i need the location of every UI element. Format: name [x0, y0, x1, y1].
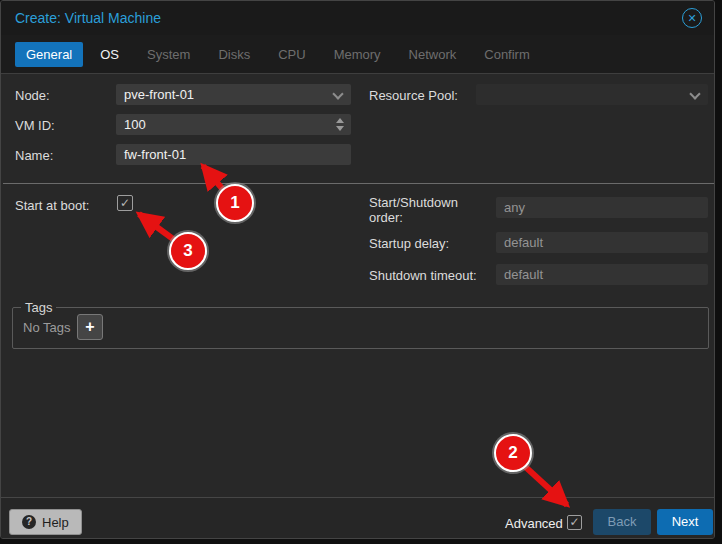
add-tag-button[interactable]: + — [77, 314, 103, 340]
help-button[interactable]: ? Help — [9, 509, 82, 535]
check-icon: ✓ — [568, 516, 581, 529]
tab-network[interactable]: Network — [398, 42, 468, 67]
chevron-down-icon[interactable] — [333, 90, 341, 98]
wizard-tabbar: General OS System Disks CPU Memory Netwo… — [15, 42, 541, 67]
node-label: Node: — [15, 88, 50, 103]
startup-order-placeholder: any — [504, 200, 525, 215]
dialog-titlebar: Create: Virtual Machine ✕ — [1, 1, 714, 35]
dialog-title: Create: Virtual Machine — [15, 10, 161, 26]
name-input[interactable]: fw-front-01 — [116, 144, 351, 165]
vm-id-spinner[interactable]: 100 — [116, 114, 351, 135]
annotation-circle-3: 3 — [169, 232, 207, 270]
vm-id-label: VM ID: — [15, 118, 55, 133]
tab-system[interactable]: System — [136, 42, 201, 67]
tab-general[interactable]: General — [15, 42, 83, 67]
start-at-boot-label: Start at boot: — [15, 198, 89, 213]
check-icon: ✓ — [118, 196, 132, 210]
annotation-circle-2: 2 — [494, 434, 532, 472]
back-button[interactable]: Back — [593, 509, 651, 535]
advanced-checkbox[interactable]: ✓ — [567, 515, 582, 530]
tags-fieldset: Tags No Tags + — [12, 307, 709, 349]
shutdown-timeout-placeholder: default — [504, 267, 543, 282]
spinner-down-icon[interactable] — [336, 126, 344, 131]
no-tags-text: No Tags — [23, 320, 70, 335]
startup-delay-placeholder: default — [504, 235, 543, 250]
startup-delay-label: Startup delay: — [369, 236, 449, 251]
tab-confirm[interactable]: Confirm — [473, 42, 541, 67]
start-at-boot-checkbox[interactable]: ✓ — [117, 195, 133, 211]
shutdown-timeout-label: Shutdown timeout: — [369, 268, 477, 283]
close-icon[interactable]: ✕ — [682, 8, 702, 28]
startup-order-input[interactable]: any — [496, 197, 708, 218]
tab-cpu[interactable]: CPU — [267, 42, 316, 67]
vm-id-value: 100 — [124, 117, 146, 132]
node-value: pve-front-01 — [124, 87, 194, 102]
name-value: fw-front-01 — [124, 147, 186, 162]
resource-pool-combobox[interactable] — [476, 84, 708, 105]
node-combobox[interactable]: pve-front-01 — [116, 84, 351, 105]
chevron-down-icon[interactable] — [690, 90, 698, 98]
resource-pool-label: Resource Pool: — [369, 88, 458, 103]
tab-os[interactable]: OS — [89, 42, 130, 67]
screenshot-page: Create: Virtual Machine ✕ General OS Sys… — [0, 0, 722, 544]
dialog-footer: ? Help Advanced ✓ Back Next — [1, 497, 715, 539]
name-label: Name: — [15, 148, 53, 163]
startup-delay-input[interactable]: default — [496, 232, 708, 253]
create-vm-dialog: Create: Virtual Machine ✕ General OS Sys… — [0, 0, 715, 539]
next-button[interactable]: Next — [657, 509, 713, 535]
help-button-label: Help — [42, 515, 69, 530]
tab-memory[interactable]: Memory — [323, 42, 392, 67]
annotation-circle-1: 1 — [216, 184, 254, 222]
tags-legend: Tags — [21, 300, 56, 315]
general-tab-panel: Node: pve-front-01 Resource Pool: VM ID:… — [1, 73, 715, 497]
tab-disks[interactable]: Disks — [207, 42, 261, 67]
shutdown-timeout-input[interactable]: default — [496, 264, 708, 285]
advanced-label: Advanced — [505, 516, 563, 531]
spinner-up-icon[interactable] — [336, 118, 344, 123]
startup-order-label: Start/Shutdown order: — [369, 195, 491, 225]
spinner-arrows-icon[interactable] — [336, 114, 344, 135]
section-divider — [3, 183, 714, 184]
help-icon: ? — [22, 515, 36, 529]
